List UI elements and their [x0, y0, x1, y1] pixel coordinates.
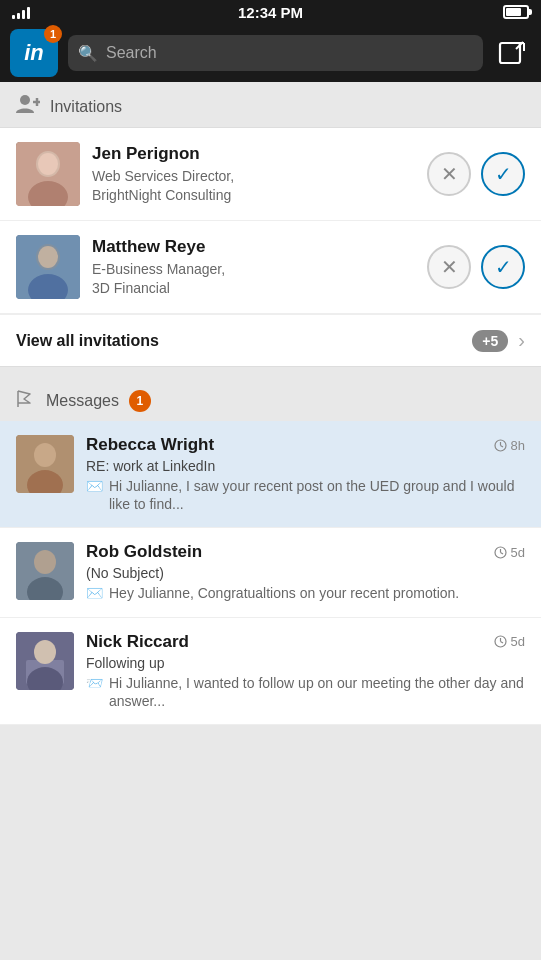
message-sender-name: Rob Goldstein [86, 542, 202, 562]
invitation-name: Jen Perignon [92, 144, 415, 164]
view-all-label: View all invitations [16, 332, 159, 350]
message-item[interactable]: Nick Riccard 5d Following up 📨 Hi Julian… [0, 618, 541, 725]
message-sender-name: Rebecca Wright [86, 435, 214, 455]
content-area: Invitations Jen Perignon Web Services Di… [0, 82, 541, 745]
clock-icon [494, 439, 507, 452]
svg-rect-0 [500, 43, 520, 63]
clock-icon [494, 546, 507, 559]
messages-unread-badge: 1 [129, 390, 151, 412]
search-icon: 🔍 [78, 44, 98, 63]
signal-bars [12, 5, 30, 19]
svg-point-14 [38, 246, 58, 268]
message-preview: ✉️ Hi Julianne, I saw your recent post o… [86, 477, 525, 513]
chevron-right-icon: › [518, 329, 525, 352]
message-time: 8h [494, 438, 525, 453]
svg-point-4 [20, 95, 30, 105]
invitation-count-badge: +5 [472, 330, 508, 352]
decline-button[interactable]: ✕ [427, 152, 471, 196]
signal-bar-4 [27, 7, 30, 19]
message-item[interactable]: Rob Goldstein 5d (No Subject) ✉️ Hey Jul… [0, 528, 541, 617]
invitation-title: Web Services Director,BrightNight Consul… [92, 167, 415, 203]
view-all-right: +5 › [472, 329, 525, 352]
messages-section-header: Messages 1 [0, 377, 541, 421]
invitation-actions: ✕ ✓ [427, 245, 525, 289]
message-sender-name: Nick Riccard [86, 632, 189, 652]
avatar [16, 632, 74, 690]
battery-icon [503, 5, 529, 19]
message-subject: (No Subject) [86, 565, 525, 581]
message-header: Rob Goldstein 5d [86, 542, 525, 562]
accept-button[interactable]: ✓ [481, 152, 525, 196]
invitation-info: Jen Perignon Web Services Director,Brigh… [92, 144, 415, 203]
linkedin-logo[interactable]: in 1 [10, 29, 58, 77]
svg-point-16 [34, 443, 56, 467]
message-subject: RE: work at LinkedIn [86, 458, 525, 474]
message-header: Nick Riccard 5d [86, 632, 525, 652]
logo-notification-badge: 1 [44, 25, 62, 43]
messages-label: Messages [46, 392, 119, 410]
svg-line-26 [500, 552, 503, 554]
search-bar[interactable]: 🔍 Search [68, 35, 483, 71]
invitations-label: Invitations [50, 98, 122, 116]
accept-button[interactable]: ✓ [481, 245, 525, 289]
invitation-title: E-Business Manager,3D Financial [92, 260, 415, 296]
invitation-info: Matthew Reye E-Business Manager,3D Finan… [92, 237, 415, 296]
message-subject: Following up [86, 655, 525, 671]
email-icon: ✉️ [86, 477, 103, 495]
message-content: Rob Goldstein 5d (No Subject) ✉️ Hey Jul… [86, 542, 525, 602]
invitations-section-header: Invitations [0, 82, 541, 127]
svg-point-22 [34, 550, 56, 574]
status-time: 12:34 PM [238, 4, 303, 21]
svg-line-33 [500, 642, 503, 644]
battery-fill [506, 8, 521, 16]
search-placeholder: Search [106, 44, 157, 62]
email-icon: ✉️ [86, 584, 103, 602]
flag-icon [16, 389, 36, 413]
invitation-actions: ✕ ✓ [427, 152, 525, 196]
compose-icon [498, 39, 526, 67]
clock-icon [494, 635, 507, 648]
signal-bar-3 [22, 10, 25, 19]
signal-bar-2 [17, 13, 20, 19]
message-time: 5d [494, 634, 525, 649]
signal-bar-1 [12, 15, 15, 19]
invitation-item: Matthew Reye E-Business Manager,3D Finan… [0, 221, 541, 314]
avatar [16, 435, 74, 493]
signal-area [12, 5, 30, 19]
avatar [16, 235, 80, 299]
invitation-item: Jen Perignon Web Services Director,Brigh… [0, 128, 541, 221]
message-content: Nick Riccard 5d Following up 📨 Hi Julian… [86, 632, 525, 710]
decline-button[interactable]: ✕ [427, 245, 471, 289]
message-content: Rebecca Wright 8h RE: work at LinkedIn ✉… [86, 435, 525, 513]
avatar [16, 142, 80, 206]
sent-email-icon: 📨 [86, 674, 103, 692]
message-preview: 📨 Hi Julianne, I wanted to follow up on … [86, 674, 525, 710]
add-person-icon [16, 94, 40, 119]
avatar [16, 542, 74, 600]
compose-button[interactable] [493, 34, 531, 72]
invitations-card: Jen Perignon Web Services Director,Brigh… [0, 127, 541, 367]
message-time: 5d [494, 545, 525, 560]
invitation-name: Matthew Reye [92, 237, 415, 257]
nav-bar: in 1 🔍 Search [0, 24, 541, 82]
svg-point-29 [34, 640, 56, 664]
svg-point-10 [38, 153, 58, 175]
message-header: Rebecca Wright 8h [86, 435, 525, 455]
messages-section: Messages 1 Rebecca Wright [0, 377, 541, 725]
message-item[interactable]: Rebecca Wright 8h RE: work at LinkedIn ✉… [0, 421, 541, 528]
svg-line-20 [500, 445, 503, 447]
message-preview: ✉️ Hey Julianne, Congratualtions on your… [86, 584, 525, 602]
view-all-invitations-row[interactable]: View all invitations +5 › [0, 314, 541, 366]
status-bar: 12:34 PM [0, 0, 541, 24]
